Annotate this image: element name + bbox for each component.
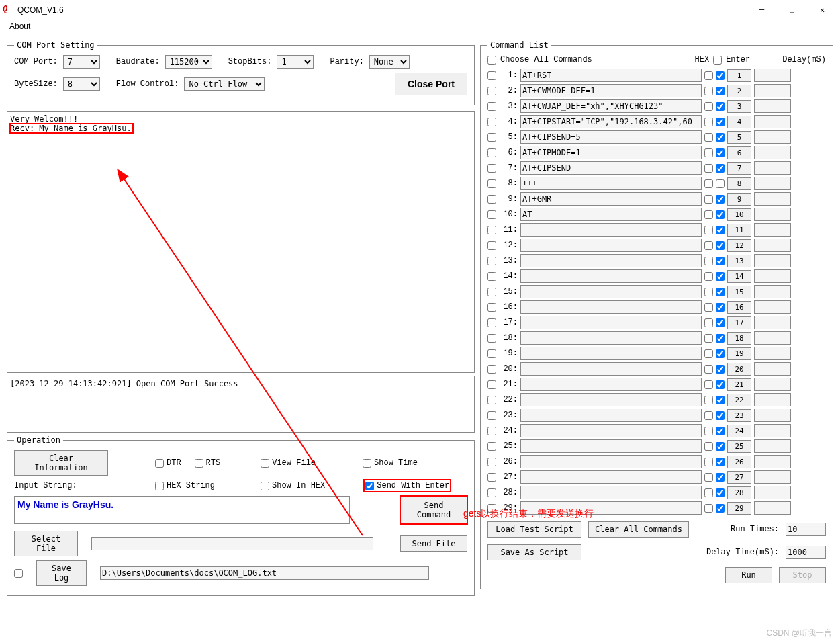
- cmd-delay-input[interactable]: [754, 177, 791, 190]
- cmd-delay-input[interactable]: [754, 146, 791, 159]
- cmd-select-checkbox[interactable]: [487, 303, 496, 312]
- cmd-text-input[interactable]: [520, 84, 702, 97]
- cmd-enter-checkbox[interactable]: [716, 102, 725, 111]
- cmd-delay-input[interactable]: [754, 316, 791, 329]
- cmd-enter-checkbox[interactable]: [716, 318, 725, 327]
- bytesize-select[interactable]: 8: [63, 77, 100, 91]
- cmd-delay-input[interactable]: [754, 470, 791, 484]
- cmd-delay-input[interactable]: [754, 84, 791, 97]
- cmd-run-button[interactable]: 25: [727, 440, 751, 453]
- load-test-script-button[interactable]: Load Test Script: [487, 521, 581, 538]
- cmd-select-checkbox[interactable]: [487, 365, 496, 374]
- cmd-delay-input[interactable]: [754, 486, 791, 499]
- cmd-delay-input[interactable]: [754, 130, 791, 144]
- cmd-delay-input[interactable]: [754, 331, 791, 345]
- cmd-run-button[interactable]: 26: [727, 456, 751, 468]
- view-file-checkbox[interactable]: [261, 459, 269, 468]
- cmd-run-button[interactable]: 3: [727, 100, 751, 113]
- cmd-delay-input[interactable]: [754, 455, 791, 468]
- cmd-hex-checkbox[interactable]: [704, 87, 713, 95]
- cmd-run-button[interactable]: 12: [727, 239, 751, 252]
- cmd-delay-input[interactable]: [754, 424, 791, 437]
- cmd-text-input[interactable]: [520, 378, 702, 391]
- cmd-enter-checkbox[interactable]: [716, 71, 725, 80]
- cmd-hex-checkbox[interactable]: [704, 303, 713, 312]
- cmd-hex-checkbox[interactable]: [704, 473, 713, 482]
- cmd-hex-checkbox[interactable]: [704, 272, 713, 281]
- cmd-select-checkbox[interactable]: [487, 71, 496, 80]
- cmd-enter-checkbox[interactable]: [716, 148, 725, 157]
- cmd-select-checkbox[interactable]: [487, 226, 496, 234]
- terminal-output[interactable]: Very Welcom!!! Recv: My Name is GrayHsu.: [7, 111, 475, 373]
- cmd-select-checkbox[interactable]: [487, 442, 496, 451]
- cmd-select-checkbox[interactable]: [487, 179, 496, 188]
- cmd-select-checkbox[interactable]: [487, 427, 496, 435]
- cmd-hex-checkbox[interactable]: [704, 349, 713, 358]
- cmd-text-input[interactable]: [520, 99, 702, 113]
- cmd-text-input[interactable]: [520, 269, 702, 283]
- cmd-delay-input[interactable]: [754, 362, 791, 376]
- cmd-run-button[interactable]: 9: [727, 193, 751, 206]
- cmd-run-button[interactable]: 17: [727, 316, 751, 329]
- cmd-run-button[interactable]: 11: [727, 224, 751, 237]
- show-time-checkbox[interactable]: [363, 459, 371, 468]
- terminal-status[interactable]: [2023-12-29_14:13:42:921] Open COM Port …: [7, 376, 475, 433]
- menu-about[interactable]: About: [5, 20, 34, 32]
- cmd-run-button[interactable]: 8: [727, 177, 751, 190]
- cmd-delay-input[interactable]: [754, 269, 791, 283]
- cmd-hex-checkbox[interactable]: [704, 380, 713, 389]
- cmd-enter-checkbox[interactable]: [716, 210, 725, 219]
- cmd-hex-checkbox[interactable]: [704, 179, 713, 188]
- flow-control-select[interactable]: No Ctrl Flow: [184, 77, 265, 91]
- cmd-delay-input[interactable]: [754, 393, 791, 406]
- save-log-checkbox[interactable]: [14, 569, 23, 578]
- cmd-run-button[interactable]: 21: [727, 378, 751, 391]
- cmd-text-input[interactable]: [520, 285, 702, 298]
- cmd-select-checkbox[interactable]: [487, 380, 496, 389]
- cmd-text-input[interactable]: [520, 161, 702, 175]
- minimize-button[interactable]: ─: [747, 0, 777, 20]
- cmd-run-button[interactable]: 4: [727, 116, 751, 128]
- cmd-text-input[interactable]: [520, 177, 702, 190]
- cmd-text-input[interactable]: [520, 130, 702, 144]
- cmd-run-button[interactable]: 2: [727, 85, 751, 97]
- cmd-select-checkbox[interactable]: [487, 195, 496, 204]
- cmd-text-input[interactable]: [520, 347, 702, 360]
- cmd-hex-checkbox[interactable]: [704, 118, 713, 126]
- enter-header-checkbox[interactable]: [713, 56, 722, 65]
- cmd-run-button[interactable]: 15: [727, 286, 751, 298]
- cmd-delay-input[interactable]: [754, 439, 791, 453]
- send-file-button[interactable]: Send File: [400, 535, 467, 552]
- cmd-delay-input[interactable]: [754, 254, 791, 267]
- cmd-enter-checkbox[interactable]: [716, 195, 725, 204]
- stopbits-select[interactable]: 1: [277, 55, 314, 69]
- cmd-hex-checkbox[interactable]: [704, 488, 713, 497]
- send-command-button[interactable]: Send Command: [400, 496, 467, 524]
- cmd-hex-checkbox[interactable]: [704, 133, 713, 142]
- cmd-enter-checkbox[interactable]: [716, 288, 725, 296]
- log-path-field[interactable]: [100, 566, 429, 580]
- cmd-enter-checkbox[interactable]: [716, 488, 725, 497]
- cmd-enter-checkbox[interactable]: [716, 303, 725, 312]
- dtr-checkbox[interactable]: [155, 459, 164, 468]
- baudrate-select[interactable]: 115200: [165, 55, 212, 69]
- cmd-select-checkbox[interactable]: [487, 349, 496, 358]
- cmd-select-checkbox[interactable]: [487, 288, 496, 296]
- cmd-hex-checkbox[interactable]: [704, 226, 713, 234]
- cmd-run-button[interactable]: 24: [727, 425, 751, 437]
- cmd-select-checkbox[interactable]: [487, 411, 496, 420]
- cmd-enter-checkbox[interactable]: [716, 349, 725, 358]
- cmd-hex-checkbox[interactable]: [704, 241, 713, 250]
- cmd-enter-checkbox[interactable]: [716, 458, 725, 466]
- cmd-delay-input[interactable]: [754, 192, 791, 206]
- cmd-run-button[interactable]: 13: [727, 255, 751, 267]
- cmd-run-button[interactable]: 28: [727, 486, 751, 499]
- stop-button[interactable]: Stop: [779, 567, 826, 583]
- cmd-delay-input[interactable]: [754, 161, 791, 175]
- delay-time-input[interactable]: [786, 546, 826, 559]
- cmd-select-checkbox[interactable]: [487, 148, 496, 157]
- cmd-text-input[interactable]: [520, 223, 702, 237]
- cmd-text-input[interactable]: [520, 300, 702, 314]
- cmd-text-input[interactable]: [520, 455, 702, 468]
- cmd-enter-checkbox[interactable]: [716, 442, 725, 451]
